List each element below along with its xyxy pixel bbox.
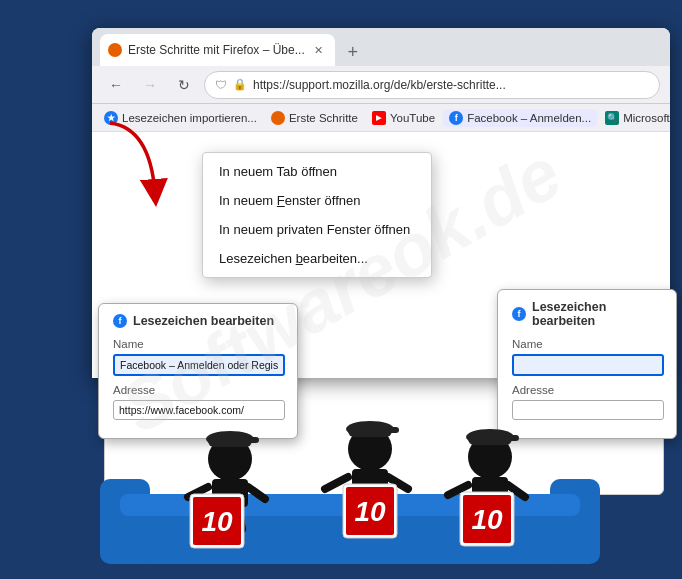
firefox-favicon: [271, 111, 285, 125]
edit-dialog-favicon: f: [113, 314, 127, 328]
svg-line-9: [238, 507, 242, 529]
active-tab[interactable]: Erste Schritte mit Firefox – Übe... ✕: [100, 34, 335, 66]
svg-rect-37: [460, 492, 514, 546]
shield-icon: 🛡: [215, 78, 227, 92]
edit-dialog-right: f Lesezeichen bearbeiten Name Adresse: [497, 289, 677, 439]
tab-bar: Erste Schritte mit Firefox – Übe... ✕ +: [92, 28, 670, 66]
svg-text:10: 10: [201, 506, 233, 537]
svg-line-27: [498, 505, 502, 527]
svg-rect-0: [120, 504, 580, 564]
context-menu: In neuem Tab öffnen In neuem Fenster öff…: [202, 152, 432, 278]
svg-text:10: 10: [354, 496, 386, 527]
forward-button[interactable]: →: [136, 71, 164, 99]
address-input-left[interactable]: [113, 400, 285, 420]
name-label-right: Name: [512, 338, 662, 350]
svg-rect-32: [193, 497, 241, 545]
svg-line-17: [358, 497, 362, 519]
name-input-right[interactable]: [512, 354, 664, 376]
context-open-tab[interactable]: In neuem Tab öffnen: [203, 157, 431, 186]
url-text: https://support.mozilla.org/de/kb/erste-…: [253, 78, 506, 92]
bm-bing-label: Microsoft Bing: [623, 112, 670, 124]
context-open-private[interactable]: In neuem privaten Fenster öffnen: [203, 215, 431, 244]
bm-facebook-label: Facebook – Anmelden...: [467, 112, 591, 124]
name-label-left: Name: [113, 338, 283, 350]
bm-erste[interactable]: Erste Schritte: [265, 109, 364, 127]
bookmarks-bar: ★ Lesezeichen importieren... Erste Schri…: [92, 104, 670, 132]
svg-rect-38: [463, 495, 511, 543]
edit-dialog-favicon-right: f: [512, 307, 526, 321]
bm-facebook[interactable]: f Facebook – Anmelden...: [443, 109, 597, 127]
context-open-window[interactable]: In neuem Fenster öffnen: [203, 186, 431, 215]
tab-favicon: [108, 43, 122, 57]
tab-close-button[interactable]: ✕: [311, 42, 327, 58]
edit-dialog-left-title: f Lesezeichen bearbeiten: [113, 314, 283, 328]
svg-line-18: [378, 497, 382, 519]
svg-text:10: 10: [471, 504, 503, 535]
bm-youtube-label: YouTube: [390, 112, 435, 124]
bm-youtube[interactable]: ▶ YouTube: [366, 109, 441, 127]
reload-button[interactable]: ↻: [170, 71, 198, 99]
back-button[interactable]: ←: [102, 71, 130, 99]
address-bar[interactable]: 🛡 🔒 https://support.mozilla.org/de/kb/er…: [204, 71, 660, 99]
svg-rect-31: [190, 494, 244, 548]
bm-bing[interactable]: 🔍 Microsoft Bing: [599, 109, 670, 127]
svg-line-8: [218, 507, 222, 529]
toolbar: ← → ↻ 🛡 🔒 https://support.mozilla.org/de…: [92, 66, 670, 104]
name-input-left[interactable]: [113, 354, 285, 376]
edit-dialog-left: f Lesezeichen bearbeiten Name Adresse: [98, 303, 298, 439]
bm-import[interactable]: ★ Lesezeichen importieren...: [98, 109, 263, 127]
new-tab-button[interactable]: +: [339, 38, 367, 66]
youtube-favicon: ▶: [372, 111, 386, 125]
tab-title: Erste Schritte mit Firefox – Übe...: [128, 43, 305, 57]
edit-dialog-right-title: f Lesezeichen bearbeiten: [512, 300, 662, 328]
bing-favicon: 🔍: [605, 111, 619, 125]
svg-rect-3: [120, 494, 580, 516]
svg-line-26: [478, 505, 482, 527]
address-label-right: Adresse: [512, 384, 662, 396]
address-input-right[interactable]: [512, 400, 664, 420]
context-edit-bookmark[interactable]: Lesezeichen bearbeiten...: [203, 244, 431, 273]
facebook-favicon: f: [449, 111, 463, 125]
lock-icon: 🔒: [233, 78, 247, 91]
address-label-left: Adresse: [113, 384, 283, 396]
bm-import-label: Lesezeichen importieren...: [122, 112, 257, 124]
bm-erste-label: Erste Schritte: [289, 112, 358, 124]
lesezeichen-favicon: ★: [104, 111, 118, 125]
